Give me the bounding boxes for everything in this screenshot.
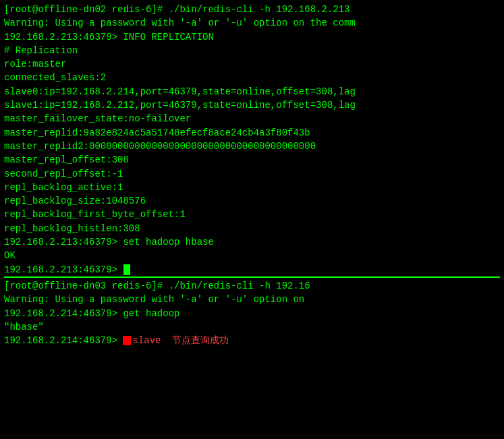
- terminal-line-14: repl_backlog_active:1: [4, 181, 500, 194]
- terminal-line-9: master_failover_state:no-failover: [4, 112, 500, 125]
- terminal-line-6: connected_slaves:2: [4, 71, 500, 84]
- terminal-line-3: 192.168.2.213:46379> INFO REPLICATION: [4, 30, 500, 44]
- terminal-line-15: repl_backlog_size:1048576: [4, 194, 500, 208]
- slave-success-note: slave 节点查询成功: [132, 335, 229, 346]
- terminal-line-17: repl_backlog_histlen:308: [4, 222, 500, 235]
- terminal-line-4: # Replication: [4, 44, 500, 57]
- terminal-line-5: role:master: [4, 57, 500, 71]
- terminal-line-16: repl_backlog_first_byte_offset:1: [4, 208, 500, 221]
- terminal-line-1: [root@offline-dn02 redis-6]# ./bin/redis…: [4, 3, 500, 16]
- bottom-line-1: [root@offline-dn03 redis-6]# ./bin/redis…: [4, 279, 500, 293]
- terminal-line-11: master_replid2:0000000000000000000000000…: [4, 140, 500, 153]
- bottom-line-2: Warning: Using a password with '-a' or '…: [4, 293, 500, 306]
- terminal-line-2: Warning: Using a password with '-a' or '…: [4, 16, 500, 30]
- terminal-line-20: 192.168.2.213:46379>: [4, 263, 500, 276]
- terminal-cursor: [123, 264, 130, 275]
- terminal-line-13: second_repl_offset:-1: [4, 167, 500, 181]
- terminal-line-10: master_replid:9a82e824ac5a51748efecf8ace…: [4, 126, 500, 140]
- terminal-line-7: slave0:ip=192.168.2.214,port=46379,state…: [4, 85, 500, 98]
- terminal-line-18: 192.168.2.213:46379> set hadoop hbase: [4, 235, 500, 249]
- terminal-line-8: slave1:ip=192.168.2.212,port=46379,state…: [4, 98, 500, 112]
- slave-indicator-box: [123, 336, 131, 345]
- bottom-line-4: "hbase": [4, 320, 500, 334]
- terminal-line-19: OK: [4, 249, 500, 262]
- bottom-terminal-section: [root@offline-dn03 redis-6]# ./bin/redis…: [4, 276, 500, 347]
- bottom-line-5: 192.168.2.214:46379> slave 节点查询成功: [4, 334, 500, 347]
- terminal-window: [root@offline-dn02 redis-6]# ./bin/redis…: [0, 0, 504, 439]
- bottom-line-3: 192.168.2.214:46379> get hadoop: [4, 307, 500, 320]
- terminal-line-12: master_repl_offset:308: [4, 153, 500, 167]
